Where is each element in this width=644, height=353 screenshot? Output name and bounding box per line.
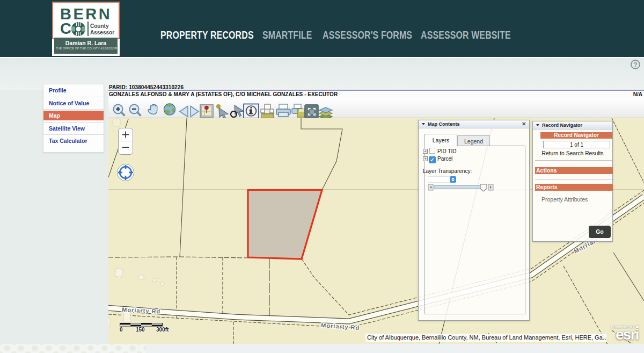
svg-text:150: 150	[136, 327, 145, 333]
svg-text:300ft: 300ft	[156, 327, 169, 333]
svg-text:0: 0	[120, 327, 123, 333]
svg-text:Moriarty Rd: Moriarty Rd	[321, 322, 360, 331]
